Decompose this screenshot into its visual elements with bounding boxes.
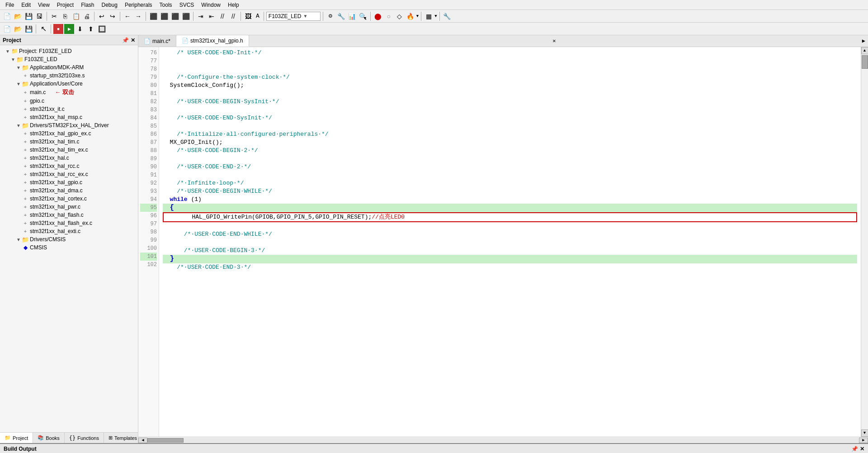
- tree-drivers-cmsis[interactable]: ▼ 📁 Drivers/CMSIS: [0, 235, 138, 243]
- wrench-button[interactable]: 🔧: [442, 11, 452, 21]
- bookmark-next-button[interactable]: ⬛: [159, 11, 169, 21]
- tb2-save-button[interactable]: 💾: [24, 24, 33, 34]
- bookmark-clear-button[interactable]: ⬛: [181, 11, 191, 21]
- tree-project-root[interactable]: ▼ 📁 Project: F103ZE_LED: [0, 47, 138, 55]
- undo-button[interactable]: ↩: [97, 11, 107, 21]
- scroll-up-arrow[interactable]: ▲: [861, 47, 868, 54]
- sidebar-pin-button[interactable]: 📌: [122, 37, 129, 43]
- tb2-pointer-button[interactable]: ↖: [38, 24, 48, 34]
- uncomment-button[interactable]: //: [228, 11, 238, 21]
- vertical-scrollbar[interactable]: ▲ ▼: [861, 47, 868, 437]
- tree-hal-rcc[interactable]: + stm32f1xx_hal_rcc.c: [0, 162, 138, 170]
- target-settings-button[interactable]: 🔧: [336, 11, 346, 21]
- tree-app-mdk[interactable]: ▼ 📁 Application/MDK-ARM: [0, 63, 138, 72]
- sidebar-close-button[interactable]: ✕: [131, 37, 135, 43]
- bookmark-toggle-button[interactable]: ⬛: [170, 11, 180, 21]
- tree-hal-pwr[interactable]: + stm32f1xx_hal_pwr.c: [0, 203, 138, 211]
- tree-hal-flash-ex[interactable]: + stm32f1xx_hal_flash_ex.c: [0, 219, 138, 227]
- tree-cmsis[interactable]: ◆ CMSIS: [0, 243, 138, 252]
- build-pin-button[interactable]: 📌: [851, 446, 858, 452]
- scroll-thumb[interactable]: [862, 55, 868, 69]
- circle-button[interactable]: ○: [384, 11, 394, 21]
- cut-button[interactable]: ✂: [49, 11, 59, 21]
- window-layout-button[interactable]: ▦: [424, 11, 434, 21]
- horizontal-scrollbar[interactable]: ◀ ▶: [138, 437, 868, 443]
- scroll-down-arrow[interactable]: ▼: [861, 429, 868, 437]
- menu-debug[interactable]: Debug: [98, 1, 121, 9]
- tree-hal-flash[interactable]: + stm32f1xx_hal_flash.c: [0, 211, 138, 219]
- tb2-new-button[interactable]: 📄: [2, 24, 12, 34]
- menu-help[interactable]: Help: [224, 1, 243, 9]
- insert-image-button[interactable]: 🖼: [243, 11, 253, 21]
- new-file-button[interactable]: 📄: [2, 11, 12, 21]
- search-button[interactable]: 🔍▼: [358, 11, 368, 21]
- tree-it-c[interactable]: + stm32f1xx_it.c: [0, 105, 138, 113]
- menu-flash[interactable]: Flash: [77, 1, 98, 9]
- redo-button[interactable]: ↪: [108, 11, 118, 21]
- tree-main-c[interactable]: + main.c ← 双击: [0, 88, 138, 97]
- unindent-button[interactable]: ⇤: [207, 11, 217, 21]
- tree-hal-dma[interactable]: + stm32f1xx_hal_dma.c: [0, 186, 138, 195]
- flame-button[interactable]: 🔥: [406, 11, 415, 21]
- sidebar-tab-functions[interactable]: {} Functions: [65, 433, 104, 443]
- hscroll-left[interactable]: ◀: [138, 438, 147, 443]
- save-button[interactable]: 💾: [24, 11, 33, 21]
- tree-hal-rcc-ex[interactable]: + stm32f1xx_hal_rcc_ex.c: [0, 170, 138, 178]
- tb2-download-button[interactable]: ⬇: [75, 24, 85, 34]
- manage-button[interactable]: 📊: [347, 11, 357, 21]
- save-all-button[interactable]: 🖫: [34, 11, 44, 21]
- close-tab-button[interactable]: ✕: [550, 35, 558, 47]
- tree-hal-exti[interactable]: + stm32f1xx_hal_exti.c: [0, 227, 138, 235]
- indent-button[interactable]: ⇥: [196, 11, 206, 21]
- tree-hal-cortex[interactable]: + stm32f1xx_hal_cortex.c: [0, 195, 138, 203]
- build-close-button[interactable]: ✕: [860, 446, 864, 452]
- tree-msp-c[interactable]: + stm32f1xx_hal_msp.c: [0, 113, 138, 121]
- tree-hal-gpio[interactable]: + stm32f1xx_hal_gpio.c: [0, 178, 138, 186]
- tb2-open-button[interactable]: 📂: [13, 24, 23, 34]
- tree-hal-tim-ex[interactable]: + stm32f1xx_hal_tim_ex.c: [0, 146, 138, 154]
- sidebar-tab-project[interactable]: 📁 Project: [0, 433, 33, 443]
- diamond-button[interactable]: ◇: [395, 11, 405, 21]
- menu-peripherals[interactable]: Peripherals: [121, 1, 156, 9]
- comment-button[interactable]: //: [217, 11, 227, 21]
- copy-button[interactable]: ⎘: [60, 11, 70, 21]
- menu-file[interactable]: File: [2, 1, 18, 9]
- target-dropdown[interactable]: F103ZE_LED ▼: [266, 12, 321, 21]
- hscroll-right[interactable]: ▶: [859, 438, 868, 443]
- paste-button[interactable]: 📋: [71, 11, 81, 21]
- menu-project[interactable]: Project: [53, 1, 77, 9]
- print-button[interactable]: 🖨: [82, 11, 92, 21]
- menu-edit[interactable]: Edit: [18, 1, 34, 9]
- tree-gpio-c[interactable]: + gpio.c: [0, 97, 138, 105]
- open-file-button[interactable]: 📂: [13, 11, 23, 21]
- tree-f103ze[interactable]: ▼ 📁 F103ZE_LED: [0, 55, 138, 63]
- tb2-upload-button[interactable]: ⬆: [86, 24, 96, 34]
- sidebar-tab-books[interactable]: 📚 Books: [33, 433, 65, 443]
- menu-view[interactable]: View: [34, 1, 53, 9]
- tab-bar-scroll-right[interactable]: ▶: [859, 35, 868, 47]
- bookmark-prev-button[interactable]: ⬛: [148, 11, 158, 21]
- window-layout-dropdown[interactable]: ▼: [434, 14, 437, 19]
- nav-back-button[interactable]: ←: [123, 11, 132, 21]
- tb2-chip-button[interactable]: 🔲: [97, 24, 107, 34]
- nav-fwd-button[interactable]: →: [133, 11, 143, 21]
- tb2-red-button[interactable]: ■: [53, 24, 63, 34]
- tb2-green-button[interactable]: ▶: [64, 24, 74, 34]
- tree-hal-tim[interactable]: + stm32f1xx_hal_tim.c: [0, 138, 138, 146]
- menu-tools[interactable]: Tools: [156, 1, 176, 9]
- menu-svcs[interactable]: SVCS: [176, 1, 198, 9]
- menu-window[interactable]: Window: [198, 1, 224, 9]
- tab-gpio-h[interactable]: 📄 stm32f1xx_hal_gpio.h: [176, 35, 249, 47]
- tree-drivers-hal[interactable]: ▼ 📁 Drivers/STM32F1xx_HAL_Driver: [0, 121, 138, 129]
- hscroll-track[interactable]: [147, 438, 859, 443]
- tab-main-c[interactable]: 📄 main.c*: [138, 35, 176, 47]
- tree-startup[interactable]: + startup_stm32f103xe.s: [0, 72, 138, 80]
- flame-dropdown[interactable]: ▼: [416, 14, 419, 19]
- code-text[interactable]: /* USER·CODE·END·Init·*/ /*·Configure·th…: [159, 47, 861, 437]
- tree-hal-main[interactable]: + stm32f1xx_hal.c: [0, 154, 138, 162]
- stop-button[interactable]: ⬤: [373, 11, 383, 21]
- sidebar-tab-templates[interactable]: ⊞ Templates: [104, 433, 142, 443]
- hscroll-thumb[interactable]: [147, 438, 184, 443]
- settings-button[interactable]: ⚙: [326, 11, 335, 21]
- tree-app-user[interactable]: ▼ 📁 Application/User/Core: [0, 80, 138, 88]
